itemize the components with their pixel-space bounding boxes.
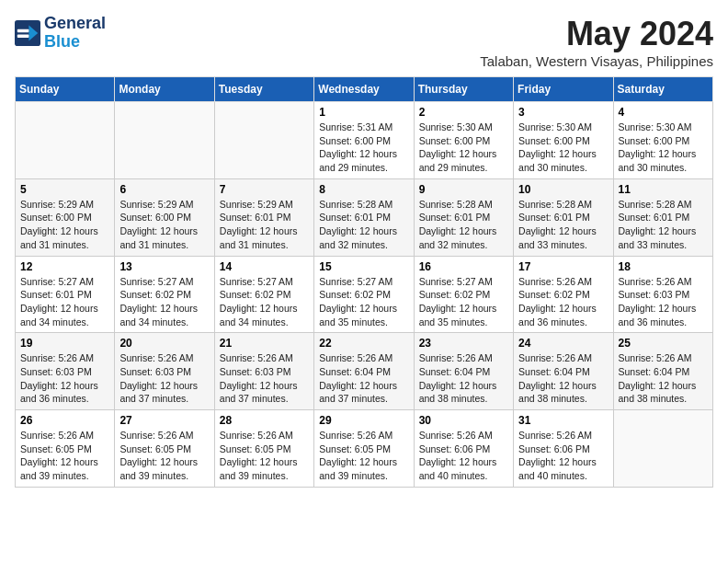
day-number: 21 (220, 337, 309, 350)
day-number: 19 (20, 337, 109, 350)
day-info: Sunrise: 5:26 AM Sunset: 6:03 PM Dayligh… (20, 351, 109, 406)
location-subtitle: Talaban, Western Visayas, Philippines (480, 53, 713, 69)
logo: General Blue (15, 15, 106, 52)
day-number: 6 (119, 183, 209, 196)
day-number: 30 (419, 414, 508, 427)
calendar-header: SundayMondayTuesdayWednesdayThursdayFrid… (16, 77, 713, 102)
day-number: 16 (419, 260, 508, 273)
calendar-day-cell: 14Sunrise: 5:27 AM Sunset: 6:02 PM Dayli… (214, 256, 313, 333)
day-number: 20 (119, 337, 209, 350)
day-number: 28 (220, 414, 309, 427)
header-day: Saturday (613, 77, 712, 102)
day-info: Sunrise: 5:27 AM Sunset: 6:02 PM Dayligh… (319, 275, 408, 329)
calendar-day-cell: 12Sunrise: 5:27 AM Sunset: 6:01 PM Dayli… (16, 256, 115, 333)
calendar-day-cell: 10Sunrise: 5:28 AM Sunset: 6:01 PM Dayli… (514, 178, 613, 256)
day-number: 1 (319, 106, 408, 119)
day-info: Sunrise: 5:28 AM Sunset: 6:01 PM Dayligh… (619, 198, 708, 252)
calendar-day-cell: 9Sunrise: 5:28 AM Sunset: 6:01 PM Daylig… (414, 178, 513, 256)
day-number: 8 (319, 183, 408, 196)
calendar-week-row: 19Sunrise: 5:26 AM Sunset: 6:03 PM Dayli… (16, 333, 713, 410)
calendar-day-cell (613, 410, 712, 488)
calendar-day-cell: 22Sunrise: 5:26 AM Sunset: 6:04 PM Dayli… (314, 333, 414, 410)
header-day: Wednesday (314, 77, 414, 102)
day-number: 15 (319, 260, 408, 273)
calendar-day-cell: 28Sunrise: 5:26 AM Sunset: 6:05 PM Dayli… (214, 410, 313, 488)
calendar-day-cell: 23Sunrise: 5:26 AM Sunset: 6:04 PM Dayli… (414, 333, 513, 410)
day-info: Sunrise: 5:26 AM Sunset: 6:05 PM Dayligh… (119, 429, 209, 483)
day-number: 4 (619, 106, 708, 119)
title-area: May 2024 Talaban, Western Visayas, Phili… (480, 15, 713, 69)
calendar-week-row: 12Sunrise: 5:27 AM Sunset: 6:01 PM Dayli… (16, 256, 713, 333)
day-number: 11 (619, 183, 708, 196)
day-number: 13 (119, 260, 209, 273)
day-number: 24 (518, 337, 608, 350)
day-info: Sunrise: 5:27 AM Sunset: 6:02 PM Dayligh… (419, 275, 508, 329)
day-info: Sunrise: 5:27 AM Sunset: 6:02 PM Dayligh… (119, 275, 209, 329)
day-info: Sunrise: 5:26 AM Sunset: 6:04 PM Dayligh… (319, 351, 408, 406)
day-number: 18 (619, 260, 708, 273)
day-number: 31 (518, 414, 608, 427)
day-number: 23 (419, 337, 508, 350)
day-info: Sunrise: 5:26 AM Sunset: 6:05 PM Dayligh… (319, 429, 408, 483)
calendar-day-cell: 4Sunrise: 5:30 AM Sunset: 6:00 PM Daylig… (613, 102, 712, 179)
calendar-day-cell: 7Sunrise: 5:29 AM Sunset: 6:01 PM Daylig… (214, 178, 313, 256)
header-day: Monday (115, 77, 214, 102)
calendar-day-cell: 18Sunrise: 5:26 AM Sunset: 6:03 PM Dayli… (613, 256, 712, 333)
header-day: Thursday (414, 77, 513, 102)
day-info: Sunrise: 5:28 AM Sunset: 6:01 PM Dayligh… (319, 198, 408, 252)
calendar-day-cell: 1Sunrise: 5:31 AM Sunset: 6:00 PM Daylig… (314, 102, 414, 179)
calendar-day-cell (115, 102, 214, 179)
day-info: Sunrise: 5:26 AM Sunset: 6:03 PM Dayligh… (119, 351, 209, 406)
logo-text: General Blue (44, 15, 106, 52)
calendar-day-cell: 16Sunrise: 5:27 AM Sunset: 6:02 PM Dayli… (414, 256, 513, 333)
calendar-day-cell: 25Sunrise: 5:26 AM Sunset: 6:04 PM Dayli… (613, 333, 712, 410)
day-info: Sunrise: 5:29 AM Sunset: 6:01 PM Dayligh… (220, 198, 309, 252)
day-info: Sunrise: 5:31 AM Sunset: 6:00 PM Dayligh… (319, 121, 408, 175)
day-number: 27 (119, 414, 209, 427)
day-number: 3 (518, 106, 608, 119)
calendar-day-cell: 24Sunrise: 5:26 AM Sunset: 6:04 PM Dayli… (514, 333, 613, 410)
month-year-title: May 2024 (480, 15, 713, 53)
calendar-day-cell: 20Sunrise: 5:26 AM Sunset: 6:03 PM Dayli… (115, 333, 214, 410)
day-info: Sunrise: 5:26 AM Sunset: 6:05 PM Dayligh… (220, 429, 309, 483)
day-info: Sunrise: 5:26 AM Sunset: 6:02 PM Dayligh… (518, 275, 608, 329)
day-number: 2 (419, 106, 508, 119)
logo-icon (15, 20, 40, 46)
day-info: Sunrise: 5:26 AM Sunset: 6:06 PM Dayligh… (518, 429, 608, 483)
calendar-day-cell: 15Sunrise: 5:27 AM Sunset: 6:02 PM Dayli… (314, 256, 414, 333)
day-info: Sunrise: 5:26 AM Sunset: 6:06 PM Dayligh… (419, 429, 508, 483)
day-info: Sunrise: 5:30 AM Sunset: 6:00 PM Dayligh… (518, 121, 608, 175)
calendar-day-cell: 19Sunrise: 5:26 AM Sunset: 6:03 PM Dayli… (16, 333, 115, 410)
page-header: General Blue May 2024 Talaban, Western V… (15, 15, 713, 69)
day-number: 17 (518, 260, 608, 273)
day-info: Sunrise: 5:30 AM Sunset: 6:00 PM Dayligh… (619, 121, 708, 175)
day-number: 29 (319, 414, 408, 427)
day-number: 7 (220, 183, 309, 196)
day-info: Sunrise: 5:26 AM Sunset: 6:04 PM Dayligh… (419, 351, 508, 406)
calendar-day-cell: 17Sunrise: 5:26 AM Sunset: 6:02 PM Dayli… (514, 256, 613, 333)
day-info: Sunrise: 5:30 AM Sunset: 6:00 PM Dayligh… (419, 121, 508, 175)
calendar-day-cell (16, 102, 115, 179)
calendar-day-cell (214, 102, 313, 179)
day-info: Sunrise: 5:26 AM Sunset: 6:04 PM Dayligh… (518, 351, 608, 406)
svg-rect-3 (17, 34, 29, 38)
svg-rect-2 (17, 29, 29, 33)
day-number: 5 (20, 183, 109, 196)
header-day: Friday (514, 77, 613, 102)
day-number: 12 (20, 260, 109, 273)
calendar-week-row: 26Sunrise: 5:26 AM Sunset: 6:05 PM Dayli… (16, 410, 713, 488)
day-info: Sunrise: 5:26 AM Sunset: 6:04 PM Dayligh… (619, 351, 708, 406)
day-number: 10 (518, 183, 608, 196)
calendar-table: SundayMondayTuesdayWednesdayThursdayFrid… (15, 76, 713, 488)
calendar-day-cell: 21Sunrise: 5:26 AM Sunset: 6:03 PM Dayli… (214, 333, 313, 410)
calendar-body: 1Sunrise: 5:31 AM Sunset: 6:00 PM Daylig… (16, 102, 713, 488)
day-info: Sunrise: 5:26 AM Sunset: 6:05 PM Dayligh… (20, 429, 109, 483)
day-number: 25 (619, 337, 708, 350)
day-number: 9 (419, 183, 508, 196)
day-info: Sunrise: 5:28 AM Sunset: 6:01 PM Dayligh… (518, 198, 608, 252)
calendar-day-cell: 2Sunrise: 5:30 AM Sunset: 6:00 PM Daylig… (414, 102, 513, 179)
calendar-day-cell: 11Sunrise: 5:28 AM Sunset: 6:01 PM Dayli… (613, 178, 712, 256)
day-number: 14 (220, 260, 309, 273)
calendar-week-row: 1Sunrise: 5:31 AM Sunset: 6:00 PM Daylig… (16, 102, 713, 179)
day-number: 26 (20, 414, 109, 427)
